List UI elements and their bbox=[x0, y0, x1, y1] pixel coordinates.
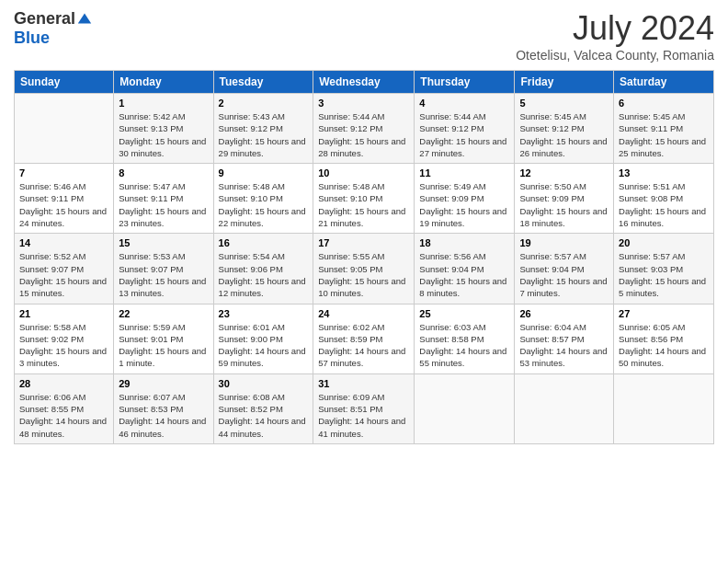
day-info: Sunrise: 5:44 AMSunset: 9:12 PMDaylight:… bbox=[318, 110, 409, 159]
day-cell: 4Sunrise: 5:44 AMSunset: 9:12 PMDaylight… bbox=[415, 94, 515, 164]
day-cell: 30Sunrise: 6:08 AMSunset: 8:52 PMDayligh… bbox=[213, 373, 313, 443]
day-info: Sunrise: 5:55 AMSunset: 9:05 PMDaylight:… bbox=[318, 250, 409, 299]
day-cell: 14Sunrise: 5:52 AMSunset: 9:07 PMDayligh… bbox=[15, 234, 114, 304]
day-number: 21 bbox=[19, 308, 108, 319]
day-cell bbox=[415, 373, 515, 443]
day-info: Sunrise: 6:04 AMSunset: 8:57 PMDaylight:… bbox=[519, 321, 609, 370]
day-info: Sunrise: 5:51 AMSunset: 9:08 PMDaylight:… bbox=[619, 180, 709, 229]
day-cell: 17Sunrise: 5:55 AMSunset: 9:05 PMDayligh… bbox=[313, 234, 415, 304]
day-cell: 8Sunrise: 5:47 AMSunset: 9:11 PMDaylight… bbox=[114, 164, 213, 234]
day-info: Sunrise: 5:48 AMSunset: 9:10 PMDaylight:… bbox=[219, 180, 309, 229]
day-number: 2 bbox=[219, 98, 309, 109]
day-cell: 13Sunrise: 5:51 AMSunset: 9:08 PMDayligh… bbox=[614, 164, 714, 234]
day-info: Sunrise: 6:08 AMSunset: 8:52 PMDaylight:… bbox=[219, 391, 309, 440]
day-info: Sunrise: 5:44 AMSunset: 9:12 PMDaylight:… bbox=[419, 110, 509, 159]
day-info: Sunrise: 6:03 AMSunset: 8:58 PMDaylight:… bbox=[419, 321, 509, 370]
day-cell: 29Sunrise: 6:07 AMSunset: 8:53 PMDayligh… bbox=[114, 373, 213, 443]
header-cell-thursday: Thursday bbox=[415, 71, 515, 94]
day-number: 11 bbox=[419, 167, 509, 178]
day-cell: 5Sunrise: 5:45 AMSunset: 9:12 PMDaylight… bbox=[515, 94, 614, 164]
header-cell-sunday: Sunday bbox=[15, 71, 114, 94]
day-info: Sunrise: 5:57 AMSunset: 9:03 PMDaylight:… bbox=[619, 250, 709, 299]
day-info: Sunrise: 5:50 AMSunset: 9:09 PMDaylight:… bbox=[519, 180, 609, 229]
week-row-2: 7Sunrise: 5:46 AMSunset: 9:11 PMDaylight… bbox=[15, 164, 714, 234]
day-cell: 28Sunrise: 6:06 AMSunset: 8:55 PMDayligh… bbox=[15, 373, 114, 443]
day-info: Sunrise: 6:05 AMSunset: 8:56 PMDaylight:… bbox=[619, 321, 709, 370]
day-cell: 22Sunrise: 5:59 AMSunset: 9:01 PMDayligh… bbox=[114, 304, 213, 373]
day-info: Sunrise: 5:49 AMSunset: 9:09 PMDaylight:… bbox=[419, 180, 509, 229]
day-info: Sunrise: 5:42 AMSunset: 9:13 PMDaylight:… bbox=[119, 110, 208, 159]
logo-general-text: General bbox=[14, 9, 75, 29]
day-info: Sunrise: 5:58 AMSunset: 9:02 PMDaylight:… bbox=[19, 321, 108, 370]
day-number: 30 bbox=[219, 378, 309, 389]
day-cell: 10Sunrise: 5:48 AMSunset: 9:10 PMDayligh… bbox=[313, 164, 415, 234]
day-number: 22 bbox=[119, 308, 208, 319]
day-info: Sunrise: 6:07 AMSunset: 8:53 PMDaylight:… bbox=[119, 391, 208, 440]
logo: General Blue bbox=[14, 9, 93, 48]
day-cell: 6Sunrise: 5:45 AMSunset: 9:11 PMDaylight… bbox=[614, 94, 714, 164]
day-info: Sunrise: 6:02 AMSunset: 8:59 PMDaylight:… bbox=[318, 321, 409, 370]
day-info: Sunrise: 6:06 AMSunset: 8:55 PMDaylight:… bbox=[19, 391, 108, 440]
day-cell: 21Sunrise: 5:58 AMSunset: 9:02 PMDayligh… bbox=[15, 304, 114, 373]
day-cell bbox=[15, 94, 114, 164]
day-number: 24 bbox=[318, 308, 409, 319]
header-cell-tuesday: Tuesday bbox=[213, 71, 313, 94]
header-cell-friday: Friday bbox=[515, 71, 614, 94]
day-cell: 24Sunrise: 6:02 AMSunset: 8:59 PMDayligh… bbox=[313, 304, 415, 373]
day-number: 10 bbox=[318, 167, 409, 178]
day-cell: 9Sunrise: 5:48 AMSunset: 9:10 PMDaylight… bbox=[213, 164, 313, 234]
day-info: Sunrise: 5:56 AMSunset: 9:04 PMDaylight:… bbox=[419, 250, 509, 299]
day-cell: 26Sunrise: 6:04 AMSunset: 8:57 PMDayligh… bbox=[515, 304, 614, 373]
day-info: Sunrise: 5:45 AMSunset: 9:11 PMDaylight:… bbox=[619, 110, 709, 159]
day-number: 17 bbox=[318, 237, 409, 248]
svg-marker-0 bbox=[78, 13, 91, 23]
day-cell: 12Sunrise: 5:50 AMSunset: 9:09 PMDayligh… bbox=[515, 164, 614, 234]
day-number: 19 bbox=[519, 237, 609, 248]
day-info: Sunrise: 5:43 AMSunset: 9:12 PMDaylight:… bbox=[219, 110, 309, 159]
week-row-1: 1Sunrise: 5:42 AMSunset: 9:13 PMDaylight… bbox=[15, 94, 714, 164]
day-info: Sunrise: 5:53 AMSunset: 9:07 PMDaylight:… bbox=[119, 250, 208, 299]
day-cell: 3Sunrise: 5:44 AMSunset: 9:12 PMDaylight… bbox=[313, 94, 415, 164]
subtitle: Otetelisu, Valcea County, Romania bbox=[516, 48, 714, 63]
day-cell: 1Sunrise: 5:42 AMSunset: 9:13 PMDaylight… bbox=[114, 94, 213, 164]
day-number: 14 bbox=[19, 237, 108, 248]
day-info: Sunrise: 5:57 AMSunset: 9:04 PMDaylight:… bbox=[519, 250, 609, 299]
day-info: Sunrise: 6:09 AMSunset: 8:51 PMDaylight:… bbox=[318, 391, 409, 440]
day-info: Sunrise: 5:54 AMSunset: 9:06 PMDaylight:… bbox=[219, 250, 309, 299]
day-number: 25 bbox=[419, 308, 509, 319]
day-number: 3 bbox=[318, 98, 409, 109]
header-row: SundayMondayTuesdayWednesdayThursdayFrid… bbox=[15, 71, 714, 94]
day-number: 7 bbox=[19, 167, 108, 178]
day-number: 28 bbox=[19, 378, 108, 389]
day-cell: 20Sunrise: 5:57 AMSunset: 9:03 PMDayligh… bbox=[614, 234, 714, 304]
week-row-5: 28Sunrise: 6:06 AMSunset: 8:55 PMDayligh… bbox=[15, 373, 714, 443]
day-number: 5 bbox=[519, 98, 609, 109]
day-number: 12 bbox=[519, 167, 609, 178]
week-row-3: 14Sunrise: 5:52 AMSunset: 9:07 PMDayligh… bbox=[15, 234, 714, 304]
day-number: 29 bbox=[119, 378, 208, 389]
day-number: 26 bbox=[519, 308, 609, 319]
day-info: Sunrise: 5:47 AMSunset: 9:11 PMDaylight:… bbox=[119, 180, 208, 229]
day-number: 6 bbox=[619, 98, 709, 109]
day-info: Sunrise: 5:52 AMSunset: 9:07 PMDaylight:… bbox=[19, 250, 108, 299]
day-number: 15 bbox=[119, 237, 208, 248]
title-block: July 2024 Otetelisu, Valcea County, Roma… bbox=[516, 9, 714, 63]
day-number: 18 bbox=[419, 237, 509, 248]
day-cell: 7Sunrise: 5:46 AMSunset: 9:11 PMDaylight… bbox=[15, 164, 114, 234]
day-number: 4 bbox=[419, 98, 509, 109]
day-info: Sunrise: 5:46 AMSunset: 9:11 PMDaylight:… bbox=[19, 180, 108, 229]
day-number: 23 bbox=[219, 308, 309, 319]
day-number: 1 bbox=[119, 98, 208, 109]
day-cell: 31Sunrise: 6:09 AMSunset: 8:51 PMDayligh… bbox=[313, 373, 415, 443]
header-cell-monday: Monday bbox=[114, 71, 213, 94]
day-cell: 25Sunrise: 6:03 AMSunset: 8:58 PMDayligh… bbox=[415, 304, 515, 373]
week-row-4: 21Sunrise: 5:58 AMSunset: 9:02 PMDayligh… bbox=[15, 304, 714, 373]
day-info: Sunrise: 5:45 AMSunset: 9:12 PMDaylight:… bbox=[519, 110, 609, 159]
day-cell: 27Sunrise: 6:05 AMSunset: 8:56 PMDayligh… bbox=[614, 304, 714, 373]
day-info: Sunrise: 6:01 AMSunset: 9:00 PMDaylight:… bbox=[219, 321, 309, 370]
day-cell: 2Sunrise: 5:43 AMSunset: 9:12 PMDaylight… bbox=[213, 94, 313, 164]
day-number: 16 bbox=[219, 237, 309, 248]
day-number: 27 bbox=[619, 308, 709, 319]
month-title: July 2024 bbox=[516, 9, 714, 48]
day-cell: 16Sunrise: 5:54 AMSunset: 9:06 PMDayligh… bbox=[213, 234, 313, 304]
